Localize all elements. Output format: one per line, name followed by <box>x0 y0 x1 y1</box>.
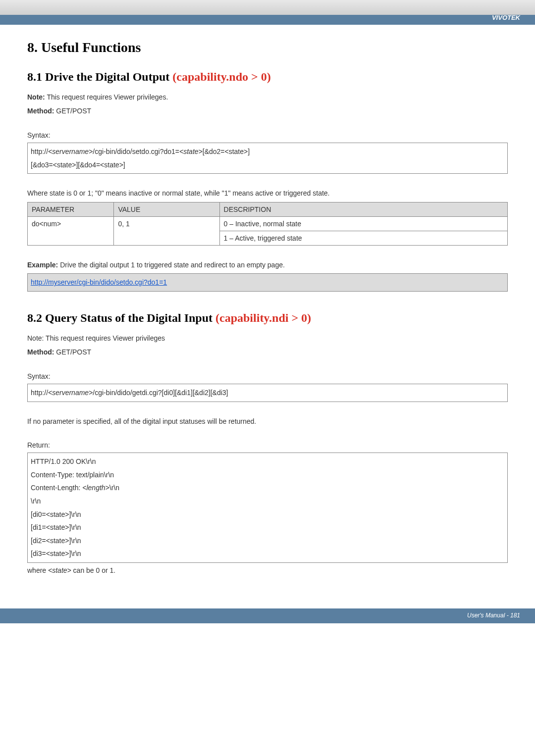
return-line: [di1=<state>]\r\n <box>31 521 504 534</box>
return-line: HTTP/1.0 200 OK\r\n <box>31 455 504 468</box>
method-line: Method: GET/POST <box>27 105 508 116</box>
cell-desc-2: 1 – Active, triggered state <box>219 231 507 245</box>
return-box: HTTP/1.0 200 OK\r\n Content-Type: text/p… <box>27 453 508 563</box>
page-header: VIVOTEK <box>0 0 535 25</box>
method-text: GET/POST <box>54 107 91 115</box>
cell-value: 0, 1 <box>114 216 219 245</box>
capability-tag: (capability.ndo > 0) <box>172 70 270 83</box>
section-8-1-title: 8.1 Drive the Digital Output (capability… <box>27 70 508 84</box>
return-line: Content-Type: text/plain\r\n <box>31 468 504 482</box>
note-label: Note: <box>27 93 45 101</box>
capability-tag: (capability.ndi > 0) <box>215 311 311 324</box>
example-label: Example: <box>27 261 58 269</box>
no-param-text: If no parameter is specified, all of the… <box>27 416 508 427</box>
table-row: do<num> 0, 1 0 – Inactive, normal state <box>28 216 508 231</box>
method-text: GET/POST <box>54 348 91 356</box>
return-line: \r\n <box>31 495 504 508</box>
return-label: Return: <box>27 440 508 451</box>
method-line-82: Method: GET/POST <box>27 347 508 357</box>
state-explanation: Where state is 0 or 1; "0" means inactiv… <box>27 188 508 199</box>
col-description: DESCRIPTION <box>219 202 507 216</box>
return-line: [di3=<state>]\r\n <box>31 547 504 560</box>
brand-logo: VIVOTEK <box>492 14 520 21</box>
cell-desc-1: 0 – Inactive, normal state <box>219 216 507 231</box>
section-8-1-title-text: 8.1 Drive the Digital Output <box>27 70 172 83</box>
cell-parameter: do<num> <box>28 216 114 245</box>
syntax-label: Syntax: <box>27 130 508 141</box>
example-line: Example: Drive the digital output 1 to t… <box>27 259 508 270</box>
method-label: Method: <box>27 107 54 115</box>
where-line: where <state> can be 0 or 1. <box>27 565 508 576</box>
method-label: Method: <box>27 348 54 356</box>
return-line: [di2=<state>]\r\n <box>31 534 504 548</box>
page-content: 8. Useful Functions 8.1 Drive the Digita… <box>0 25 535 608</box>
section-8-2-title-text: 8.2 Query Status of the Digital Input <box>27 311 215 324</box>
chapter-title: 8. Useful Functions <box>27 40 508 55</box>
return-line: [di0=<state>]\r\n <box>31 508 504 521</box>
table-header-row: PARAMETER VALUE DESCRIPTION <box>28 202 508 216</box>
note-text: This request requires Viewer privileges. <box>45 93 168 101</box>
example-link[interactable]: http://myserver/cgi-bin/dido/setdo.cgi?d… <box>31 278 167 286</box>
col-parameter: PARAMETER <box>28 202 114 216</box>
note-line-82: Note: This request requires Viewer privi… <box>27 333 508 344</box>
syntax-box-82: http://<servername>/cgi-bin/dido/getdi.c… <box>27 384 508 402</box>
page-footer: User's Manual - 181 <box>0 608 535 623</box>
section-8-2-title: 8.2 Query Status of the Digital Input (c… <box>27 311 508 325</box>
return-line: Content-Length: <length>\r\n <box>31 481 504 495</box>
example-link-box: http://myserver/cgi-bin/dido/setdo.cgi?d… <box>27 273 508 292</box>
syntax-line-2: [&do3=<state>][&do4=<state>] <box>31 158 504 172</box>
note-line: Note: This request requires Viewer privi… <box>27 92 508 102</box>
syntax-box-81: http://<servername>/cgi-bin/dido/setdo.c… <box>27 143 508 174</box>
footer-text: User's Manual - 181 <box>467 612 520 619</box>
col-value: VALUE <box>114 202 219 216</box>
syntax-line-1: http://<servername>/cgi-bin/dido/setdo.c… <box>31 145 504 158</box>
syntax-label-82: Syntax: <box>27 371 508 382</box>
parameter-table-81: PARAMETER VALUE DESCRIPTION do<num> 0, 1… <box>27 202 508 246</box>
example-text: Drive the digital output 1 to triggered … <box>58 261 285 269</box>
